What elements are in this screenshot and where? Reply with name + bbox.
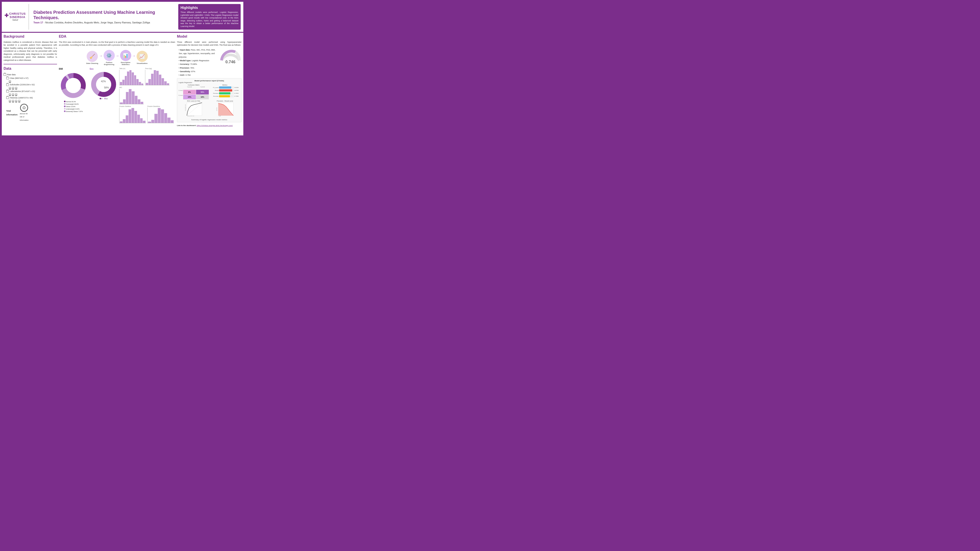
middle-column: EDA The EDA was conducted in 4 main phas… (59, 35, 175, 133)
logistic-label: Logistic Regression (178, 82, 240, 83)
bar-i1 (120, 102, 123, 104)
cm-col-1: 1 (pred) (196, 86, 209, 89)
pipeline-step-fe: ⚙️ FeatureEngineering (103, 50, 115, 65)
file-icon-2 (9, 87, 11, 89)
sex-label-m: 42% (101, 80, 106, 83)
dashboard-url[interactable]: https://christus-sinergia-ds4a.herokuapp… (197, 124, 232, 127)
bar-ps8 (140, 118, 143, 123)
cm-row-0: 0 (true) (178, 95, 183, 99)
f1-label: F1_score (210, 87, 219, 88)
pr-xlabel: recall (219, 115, 221, 116)
arrow-1: → (99, 54, 103, 58)
bar-p7 (162, 78, 164, 85)
cm-grid: 0 (pred) 1 (pred) 1 (true) 8% 59% 0 (tru… (178, 86, 209, 99)
total-info: Totalinformation: Almost 50GB ofinformat… (6, 104, 57, 122)
sex-label-f: 58% (104, 86, 109, 89)
disk-icon (20, 104, 28, 112)
model-text: Three different model were performed usi… (177, 41, 242, 47)
accuracy-label: Accuracy (210, 95, 219, 97)
bar-i7 (138, 99, 140, 104)
pipeline-label-cleaning: Data Cleaning (86, 62, 98, 64)
bar-ps3 (126, 115, 128, 123)
histogram-row1: Talla (m) (119, 68, 175, 104)
imc-label: IMC (119, 87, 144, 88)
f1-fill (219, 86, 231, 89)
pipeline-icon-cleaning: 🧹 (87, 51, 98, 62)
cm-cell-tp: 8% (183, 90, 196, 94)
imc-chart: IMC (119, 87, 144, 104)
dashboard-label: Link to the dashboard: (177, 124, 196, 127)
pd-chart: Presión Diastólica (147, 106, 174, 123)
gauge-svg (219, 48, 242, 62)
sex-legend: F M (100, 98, 108, 100)
precision-track (219, 92, 234, 94)
bmi-donut-svg (59, 71, 88, 100)
laboratorios-folder: Laboratorios (8714167 x 21) (6, 89, 57, 93)
bar-i4 (129, 89, 132, 104)
bar-p4 (154, 70, 156, 85)
gauge-value: 0.746 (225, 60, 235, 64)
highlights-title: Highlights (180, 6, 239, 10)
sex-chart-title: Sex (89, 68, 94, 70)
talla-chart: Talla (m) (119, 68, 144, 85)
data-title: Data (3, 67, 57, 71)
charts-row: BMI Normal 30.3% Overweight 38.8% (59, 68, 175, 123)
file-icon-7 (15, 94, 17, 96)
laboratorios-label: Laboratorios (8714167 x 21) (10, 89, 35, 93)
citas-files (9, 80, 57, 83)
roc-xlabel: false positive rate (188, 115, 194, 116)
arrow-3: → (132, 54, 136, 58)
bar-i2 (123, 99, 126, 104)
bar-pd6 (164, 113, 167, 123)
cm-empty (178, 86, 183, 89)
confusion-metrics-row: Confusion Matrix 0 (pred) 1 (pred) 1 (tr… (178, 84, 240, 99)
historias-folder: Historias (16697273 x 55) (6, 96, 57, 100)
sex-donut-hole (96, 77, 111, 92)
bar-ps2 (123, 119, 126, 123)
logo-area: ✚ CHRISTUSSINERGIA Salud (5, 4, 29, 30)
pr-ylabel: precision (216, 107, 217, 111)
precision-val: 0.7644 (234, 93, 240, 94)
cm-row-1: 1 (true) (178, 90, 183, 94)
solicitudes-label: Solicitudes (22301334 x 52) (10, 83, 35, 86)
talla-label: Talla (m) (119, 68, 144, 69)
roc-pr-row: ROC curve (0.784) false positive rate tr… (178, 100, 240, 118)
imc-bars (119, 89, 144, 104)
recall-fill (219, 89, 232, 92)
bar-p2 (148, 79, 151, 85)
laboratorios-files (9, 94, 57, 96)
bar-p8 (164, 81, 167, 85)
metric-accuracy: Accuracy 0.7369 (210, 95, 240, 97)
file-icon-3 (12, 87, 14, 89)
disk-inner (23, 106, 25, 109)
bar-i3 (126, 92, 129, 104)
pipeline-step-viz: 📈 Visualization (137, 51, 148, 64)
pipeline-icon-viz: 📈 (137, 51, 148, 62)
pr-chart: Precision - Recall curve recall precisio… (210, 100, 240, 118)
bar-p1 (146, 83, 148, 85)
bar-pd7 (167, 118, 170, 123)
file-icon-4 (15, 87, 17, 89)
bar-ps7 (137, 115, 140, 123)
bullet-input: Input data: Peso, IMC, PAS, PAD, BMI, Se… (179, 48, 218, 59)
bar-i6 (135, 96, 137, 104)
file-icon-1 (9, 80, 11, 83)
cm-cell-tn: 18% (196, 95, 209, 99)
historias-label: Historias (16697273 x 55) (10, 96, 33, 100)
raw-data-item: Raw data (3, 73, 57, 76)
model-bullets-list: Input data: Peso, IMC, PAS, PAD, BMI, Se… (177, 48, 218, 77)
cm-title: Confusion Matrix (178, 84, 209, 86)
model-bullets-gauge-row: Input data: Peso, IMC, PAS, PAD, BMI, Se… (177, 48, 242, 77)
sex-chart-container: Sex 42% 58% F M (89, 68, 118, 100)
citas-folder: Citas (8657423 x 57) (6, 76, 57, 80)
pipeline-step-stats: 📊 DescriptiveStatistics (120, 50, 131, 65)
recall-label: Recall (210, 90, 219, 91)
summary-label: Summary of logistic regression model met… (178, 119, 240, 121)
confusion-matrix: Confusion Matrix 0 (pred) 1 (pred) 1 (tr… (178, 84, 209, 99)
header: ✚ CHRISTUSSINERGIA Salud Diabetes Predic… (2, 2, 243, 33)
cm-col-0: 0 (pred) (183, 86, 196, 89)
background-text: Diabetes mellitus is considered a chroni… (3, 41, 57, 62)
ps-label: Presión Sistólica (119, 106, 146, 107)
metric-recall: Recall 0.8748 (210, 89, 240, 92)
sex-donut-svg: 42% 58% (90, 71, 117, 98)
